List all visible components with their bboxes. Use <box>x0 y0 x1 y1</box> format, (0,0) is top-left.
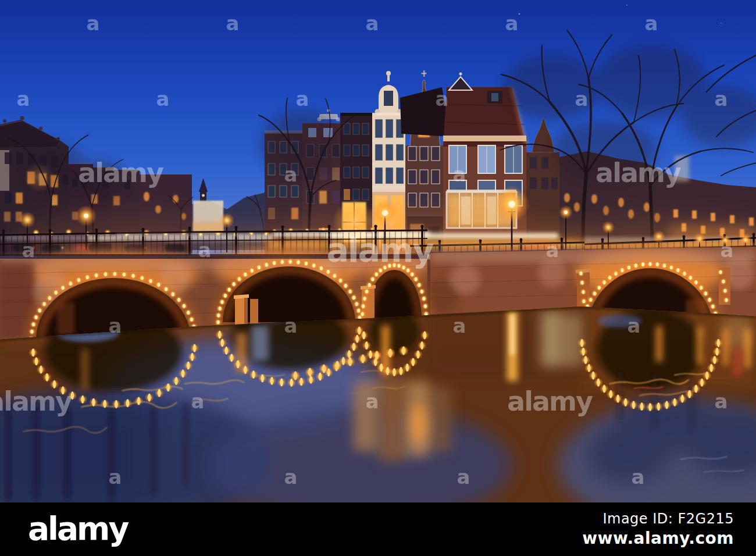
church-tower-clock <box>202 194 205 197</box>
stock-photo-page: alamyalamyalamyalamyalamyaaaaaaaaaaaaaaa… <box>0 0 756 556</box>
alamy-footer-bar: alamy Image ID: F2G215 www.alamy.com <box>0 502 756 556</box>
alamy-logo: alamy <box>28 515 127 544</box>
image-meta: Image ID: F2G215 www.alamy.com <box>582 511 734 548</box>
alamy-url-text: www.alamy.com <box>582 529 734 548</box>
canal-night-photo <box>0 0 756 502</box>
canal-water <box>0 302 756 502</box>
image-id-text: Image ID: F2G215 <box>582 511 734 527</box>
